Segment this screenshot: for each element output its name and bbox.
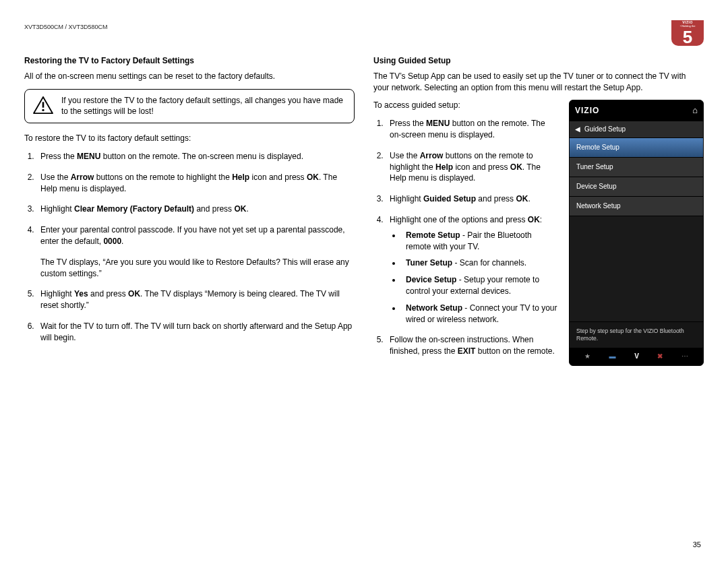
- left-step-6: Wait for the TV to turn off. The TV will…: [36, 321, 355, 344]
- chevron-left-icon: ◀: [575, 125, 580, 134]
- right-step-3: Highlight Guided Setup and press OK.: [386, 193, 558, 205]
- model-label: XVT3D500CM / XVT3D580CM: [24, 23, 108, 32]
- right-step-2: Use the Arrow buttons on the remote to h…: [386, 150, 558, 184]
- warning-icon: [33, 96, 53, 114]
- left-step-4-sub: The TV displays, “Are you sure you would…: [40, 257, 355, 280]
- tv-desc: Step by step setup for the VIZIO Bluetoo…: [570, 321, 703, 348]
- tv-item-remote-setup: Remote Setup: [570, 138, 703, 158]
- opt-network-setup: Network Setup - Connect your TV to your …: [402, 303, 558, 325]
- star-icon: ★: [584, 352, 590, 361]
- opt-remote-setup: Remote Setup - Pair the Bluetooth remote…: [402, 230, 558, 253]
- right-step-4: Highlight one of the options and press O…: [386, 214, 558, 325]
- left-lead: To restore the TV to its factory default…: [24, 133, 355, 144]
- right-column: Using Guided Setup The TV’s Setup App ca…: [373, 55, 704, 367]
- right-lead: To access guided setup:: [373, 100, 558, 111]
- right-step-5: Follow the on-screen instructions. When …: [386, 334, 558, 357]
- right-options: Remote Setup - Pair the Bluetooth remote…: [390, 230, 558, 325]
- tv-breadcrumb: ◀ Guided Setup: [570, 121, 703, 138]
- tv-item-tuner-setup: Tuner Setup: [570, 158, 703, 177]
- left-step-4: Enter your parental control passcode. If…: [36, 224, 355, 279]
- left-step-1: Press the MENU button on the remote. The…: [36, 151, 355, 162]
- svg-rect-1: [42, 102, 44, 107]
- page-number: 35: [693, 540, 701, 550]
- v-icon: V: [634, 352, 639, 361]
- home-icon: ⌂: [692, 104, 698, 117]
- tv-body-space: [570, 216, 703, 322]
- warning-box: If you restore the TV to the factory def…: [24, 89, 355, 124]
- content-columns: Restoring the TV to Factory Default Sett…: [24, 55, 704, 367]
- tv-top-bar: VIZIO ⌂: [570, 100, 703, 121]
- tv-crumb-label: Guided Setup: [584, 125, 626, 134]
- left-step-3: Highlight Clear Memory (Factory Default)…: [36, 204, 355, 215]
- tv-item-network-setup: Network Setup: [570, 197, 703, 216]
- tv-bottom-bar: ★ ▬ V ✖ ⋯: [570, 348, 703, 365]
- tv-menu-screenshot: VIZIO ⌂ ◀ Guided Setup Remote Setup Tune…: [569, 100, 704, 366]
- left-step-2: Use the Arrow buttons on the remote to h…: [36, 172, 355, 195]
- right-title: Using Guided Setup: [373, 55, 704, 67]
- left-intro: All of the on-screen menu settings can b…: [24, 71, 355, 82]
- left-title: Restoring the TV to Factory Default Sett…: [24, 55, 355, 67]
- more-icon: ⋯: [681, 352, 688, 361]
- chapter-badge: VIZIO • Holding the 5: [671, 20, 704, 46]
- right-text: To access guided setup: Press the MENU b…: [373, 100, 558, 367]
- left-steps: Press the MENU button on the remote. The…: [24, 151, 355, 344]
- right-steps: Press the MENU button on the remote. The…: [373, 118, 558, 357]
- opt-tuner-setup: Tuner Setup - Scan for channels.: [402, 257, 558, 269]
- right-step-1: Press the MENU button on the remote. The…: [386, 118, 558, 141]
- right-intro: The TV’s Setup App can be used to easily…: [373, 71, 704, 94]
- chapter-number: 5: [683, 28, 692, 46]
- close-icon: ✖: [657, 352, 663, 361]
- page-header: XVT3D500CM / XVT3D580CM VIZIO • Holding …: [24, 20, 704, 46]
- left-step-5: Highlight Yes and press OK. The TV displ…: [36, 288, 355, 311]
- tv-item-device-setup: Device Setup: [570, 177, 703, 197]
- back-icon: ▬: [609, 352, 615, 361]
- warning-text: If you restore the TV to the factory def…: [61, 95, 346, 118]
- left-column: Restoring the TV to Factory Default Sett…: [24, 55, 355, 367]
- opt-device-setup: Device Setup - Setup your remote to cont…: [402, 274, 558, 297]
- tv-brand: VIZIO: [575, 105, 599, 117]
- right-inner: To access guided setup: Press the MENU b…: [373, 100, 704, 367]
- svg-point-2: [42, 108, 44, 111]
